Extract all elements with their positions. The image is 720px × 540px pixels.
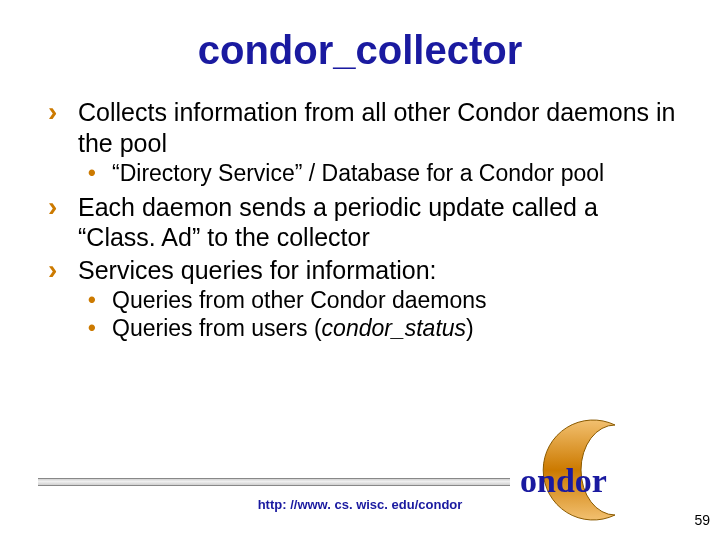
sub-text-suffix: )	[466, 315, 474, 341]
sub-text-italic: condor_status	[322, 315, 466, 341]
sub-text-prefix: Queries from users (	[112, 315, 322, 341]
bullet-text: Each daemon sends a periodic update call…	[78, 193, 598, 252]
sub-list: “Directory Service” / Database for a Con…	[78, 160, 680, 188]
sub-list: Queries from other Condor daemons Querie…	[78, 287, 680, 342]
divider-rule	[38, 478, 510, 486]
sub-item: Queries from other Condor daemons	[112, 287, 680, 315]
bullet-text: Collects information from all other Cond…	[78, 98, 676, 157]
condor-logo: ondor	[520, 410, 660, 530]
slide-title: condor_collector	[40, 28, 680, 73]
sub-item: “Directory Service” / Database for a Con…	[112, 160, 680, 188]
sub-item: Queries from users (condor_status)	[112, 315, 680, 343]
bullet-item: Collects information from all other Cond…	[78, 97, 680, 188]
bullet-item: Each daemon sends a periodic update call…	[78, 192, 680, 253]
sub-text: “Directory Service” / Database for a Con…	[112, 160, 604, 186]
sub-text: Queries from other Condor daemons	[112, 287, 487, 313]
bullet-list: Collects information from all other Cond…	[40, 97, 680, 342]
bullet-item: Services queries for information: Querie…	[78, 255, 680, 343]
svg-text:ondor: ondor	[520, 462, 607, 499]
bullet-text: Services queries for information:	[78, 256, 436, 284]
page-number: 59	[694, 512, 710, 528]
